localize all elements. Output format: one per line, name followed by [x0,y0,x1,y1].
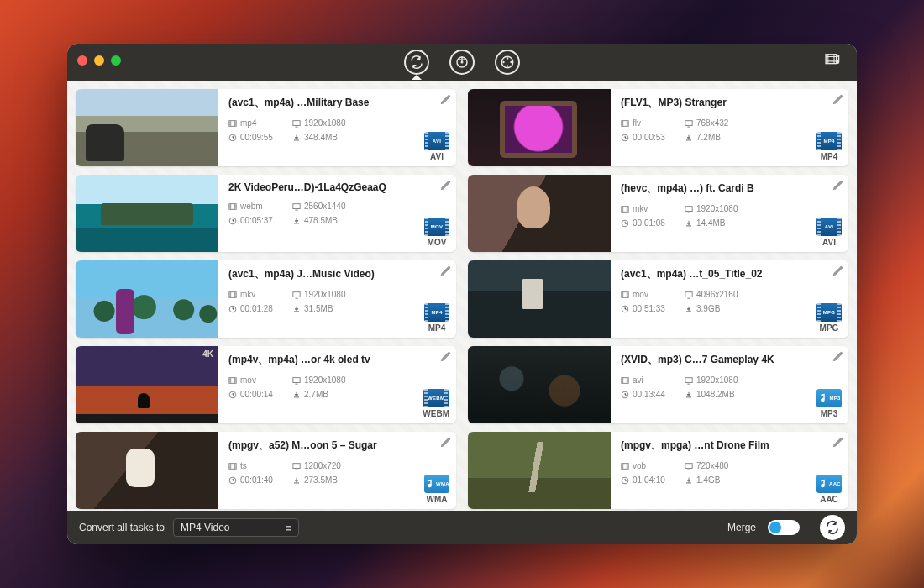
task-target-label: WMA [427,495,448,504]
close-window-button[interactable] [77,55,87,66]
tab-download[interactable] [449,50,475,75]
task-thumbnail [468,346,611,423]
task-container: mov [621,290,685,299]
task-duration: 00:00:14 [228,390,292,399]
start-convert-button[interactable] [820,515,845,540]
task-resolution: 720x480 [685,461,769,470]
task-size: 1048.2MB [685,390,769,399]
task-size: 31.5MB [292,304,376,313]
tab-convert[interactable] [404,50,429,75]
task-target-format[interactable]: AVIAVI [424,132,449,161]
task-target-label: MP4 [428,323,446,333]
task-container: webm [228,202,292,211]
edit-task-button[interactable] [832,351,843,363]
edit-task-button[interactable] [439,265,451,277]
edit-task-button[interactable] [439,180,451,192]
merge-toggle[interactable] [768,520,800,535]
task-target-format[interactable]: MP4MP4 [424,303,449,333]
tab-burn[interactable] [495,50,520,75]
app-window: (avc1、mp4a) …Military Basemp41920x108000… [67,44,857,544]
edit-task-button[interactable] [832,180,843,192]
fullscreen-window-button[interactable] [111,55,121,66]
task-resolution: 1920x1080 [685,204,769,213]
svg-rect-9 [293,120,300,125]
svg-rect-24 [685,291,692,297]
task-size: 1.4GB [685,475,769,485]
task-target-label: MOV [428,238,447,247]
task-title: (avc1、mp4a) …t_05_Title_02 [621,267,842,281]
svg-rect-8 [229,120,236,126]
task-target-label: AAC [820,495,838,504]
task-card[interactable]: (avc1、mp4a) J…Music Video)mkv1920x108000… [76,260,456,338]
task-title: 2K VideoPeru…D)-1La4QzGeaaQ [228,181,449,193]
task-card[interactable]: (XVID、mp3) C…7 Gameplay 4Kavi1920x108000… [468,346,848,423]
task-thumbnail [76,175,218,252]
edit-task-button[interactable] [832,265,843,277]
edit-task-button[interactable] [832,94,843,106]
task-duration: 00:51:33 [621,304,685,313]
task-thumbnail [468,260,611,338]
task-thumbnail [468,175,611,252]
task-container: mov [228,375,292,385]
media-panel-button[interactable] [825,53,843,71]
task-info: (XVID、mp3) C…7 Gameplay 4Kavi1920x108000… [611,346,848,423]
task-resolution: 2560x1440 [292,202,376,211]
task-card[interactable]: (mpgv、a52) M…oon 5 – Sugarts1280x72000:0… [76,432,456,509]
convert-run-icon [825,520,840,535]
task-container: mkv [228,290,292,299]
task-info: (mpgv、a52) M…oon 5 – Sugarts1280x72000:0… [218,432,456,509]
svg-rect-11 [622,120,628,126]
edit-task-button[interactable] [439,437,451,449]
svg-rect-7 [826,55,837,64]
task-card[interactable]: (avc1、mp4a) …t_05_Title_02mov4096x216000… [468,260,848,338]
task-title: (XVID、mp3) C…7 Gameplay 4K [621,353,842,367]
edit-task-button[interactable] [439,351,451,363]
task-target-format[interactable]: AVIAVI [816,218,842,247]
task-info: (avc1、mp4a) J…Music Video)mkv1920x108000… [218,260,456,338]
task-target-format[interactable]: WMAWMA [424,475,449,504]
task-card[interactable]: (mpgv、mpga) …nt Drone Filmvob720x48001:0… [468,432,848,509]
titlebar [67,44,857,81]
svg-rect-23 [622,291,628,297]
task-target-format[interactable]: MP3MP3 [816,389,842,418]
task-thumbnail [76,260,218,338]
minimize-window-button[interactable] [94,55,104,66]
task-target-format[interactable]: AACAAC [816,475,842,504]
task-resolution: 1920x1080 [292,375,376,385]
task-target-format[interactable]: WEBMWEBM [423,389,449,418]
task-target-label: MP4 [821,152,838,161]
task-card[interactable]: 2K VideoPeru…D)-1La4QzGeaaQwebm2560x1440… [76,175,456,252]
svg-rect-12 [685,120,692,125]
task-thumbnail [76,346,218,423]
task-target-format[interactable]: MPGMPG [816,303,842,333]
task-duration: 00:01:28 [228,304,292,313]
svg-point-6 [510,61,512,63]
task-duration: 00:01:08 [621,218,685,228]
svg-point-4 [507,65,508,66]
task-size: 14.4MB [685,218,769,228]
task-card[interactable]: (mp4v、mp4a) …or 4k oled tvmov1920x108000… [76,346,456,423]
svg-rect-20 [229,291,236,297]
task-target-format[interactable]: MOVMOV [424,218,449,247]
task-card[interactable]: (hevc、mp4a) …) ft. Cardi Bmkv1920x108000… [468,175,848,252]
task-duration: 00:00:53 [621,133,685,142]
task-card[interactable]: (avc1、mp4a) …Military Basemp41920x108000… [76,89,456,166]
task-thumbnail [76,89,218,166]
task-title: (avc1、mp4a) …Military Base [228,96,449,110]
task-card[interactable]: (FLV1、MP3) Strangerflv768x43200:00:537.2… [468,89,848,166]
edit-task-button[interactable] [439,94,451,106]
svg-rect-15 [293,203,300,208]
svg-rect-30 [685,377,692,382]
task-container: flv [621,118,685,128]
convert-target-value: MP4 Video [181,522,229,533]
task-target-format[interactable]: MP4MP4 [816,132,842,161]
task-size: 478.5MB [292,216,376,225]
task-container: vob [621,461,685,470]
task-size: 3.9GB [685,304,769,313]
task-thumbnail [468,89,611,166]
edit-task-button[interactable] [832,437,843,449]
task-container: avi [621,375,685,385]
convert-target-select[interactable]: MP4 Video [173,518,299,537]
task-title: (mp4v、mp4a) …or 4k oled tv [228,353,449,367]
task-list: (avc1、mp4a) …Military Basemp41920x108000… [67,81,857,511]
